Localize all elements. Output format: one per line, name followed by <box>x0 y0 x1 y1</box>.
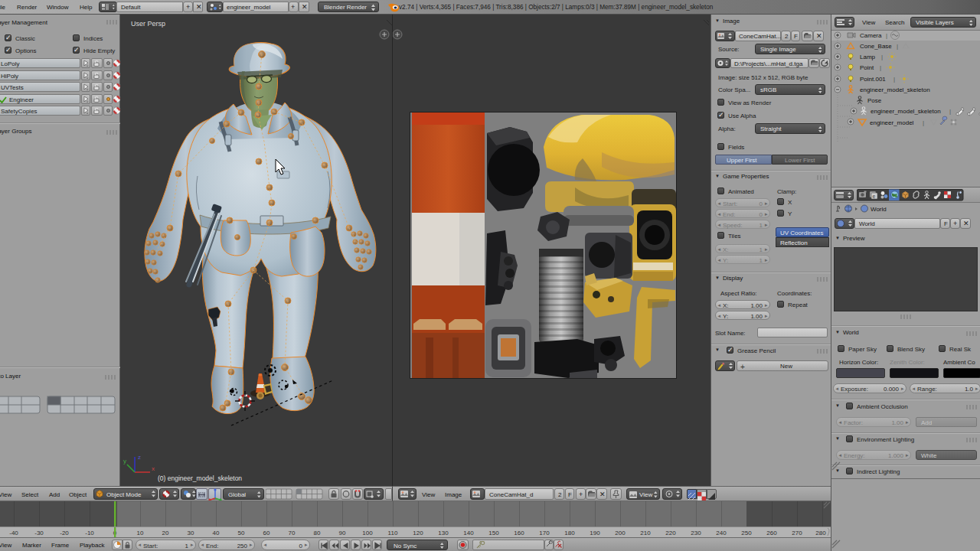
svg-text:-20: -20 <box>60 530 69 536</box>
svg-text:|: | <box>893 76 895 83</box>
svg-text:50: 50 <box>238 530 245 536</box>
svg-text:(0) engineer_model_skeleton: (0) engineer_model_skeleton <box>158 474 242 482</box>
svg-text:x: x <box>152 465 155 472</box>
svg-text:Point.001: Point.001 <box>860 76 886 83</box>
svg-text:|: | <box>880 64 881 71</box>
svg-text:-40: -40 <box>9 530 18 536</box>
svg-text:120: 120 <box>413 530 423 536</box>
svg-text:Cone_Base: Cone_Base <box>860 43 892 50</box>
svg-text:240: 240 <box>716 530 727 536</box>
svg-text:e: e <box>873 194 876 199</box>
svg-text:130: 130 <box>438 530 449 536</box>
svg-text:engineer_model_skeleton: engineer_model_skeleton <box>871 108 941 115</box>
svg-text:30: 30 <box>188 530 194 536</box>
svg-text:-30: -30 <box>34 530 44 536</box>
svg-text:280: 280 <box>815 530 826 536</box>
svg-text:20: 20 <box>162 530 169 536</box>
svg-text:Point: Point <box>860 64 874 71</box>
svg-text:140: 140 <box>463 530 474 536</box>
svg-text:190: 190 <box>590 530 600 536</box>
svg-text:World: World <box>871 206 887 213</box>
svg-text:200: 200 <box>615 530 626 536</box>
svg-text:-10: -10 <box>85 530 94 536</box>
svg-text:70: 70 <box>289 530 296 536</box>
svg-text:80: 80 <box>314 530 321 536</box>
svg-text:|: | <box>897 43 898 50</box>
svg-text:100: 100 <box>362 530 373 536</box>
svg-text:Camera: Camera <box>860 32 882 39</box>
svg-text:90: 90 <box>339 530 346 536</box>
svg-text:|: | <box>886 32 887 39</box>
svg-text:|: | <box>881 54 883 60</box>
svg-text:260: 260 <box>766 530 777 536</box>
svg-text:160: 160 <box>514 530 524 536</box>
svg-text:170: 170 <box>539 530 550 536</box>
svg-text:engineer_model: engineer_model <box>870 119 914 126</box>
svg-text:Lamp: Lamp <box>860 54 876 60</box>
svg-text:User Persp: User Persp <box>131 20 165 28</box>
svg-text:150: 150 <box>488 530 499 536</box>
svg-text:220: 220 <box>665 530 676 536</box>
svg-text:250: 250 <box>741 530 752 536</box>
svg-text:10: 10 <box>137 530 144 536</box>
svg-text:Pose: Pose <box>867 97 882 104</box>
svg-text:|: | <box>923 119 924 126</box>
svg-text:|: | <box>949 108 951 115</box>
svg-text:210: 210 <box>640 530 651 536</box>
svg-text:40: 40 <box>213 530 220 536</box>
svg-text:engineer_model_skeleton: engineer_model_skeleton <box>860 86 930 93</box>
svg-text:230: 230 <box>691 530 701 536</box>
svg-text:60: 60 <box>263 530 270 536</box>
svg-text:270: 270 <box>792 530 802 536</box>
svg-text:z: z <box>138 454 141 461</box>
svg-text:y: y <box>123 458 126 465</box>
svg-text:110: 110 <box>388 530 398 536</box>
svg-text:180: 180 <box>564 530 575 536</box>
